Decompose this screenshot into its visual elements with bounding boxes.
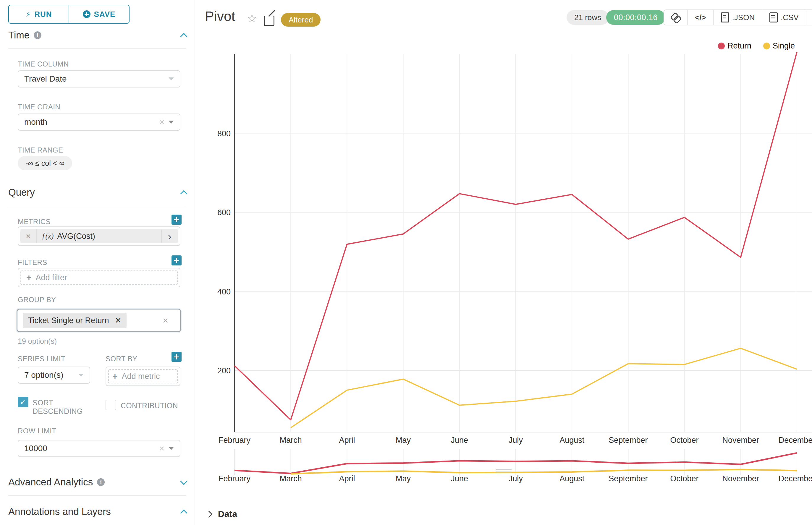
section-title: Query xyxy=(8,187,35,198)
row-count-pill: 21 rows xyxy=(566,10,609,25)
add-filter-dropzone[interactable]: + Add filter xyxy=(20,270,178,285)
plus-icon: + xyxy=(112,371,118,381)
chevron-right-icon xyxy=(205,511,212,518)
svg-text:200: 200 xyxy=(217,366,231,375)
group-by-tag: Ticket Single or Return ✕ xyxy=(23,313,127,328)
time-column-value: Travel Date xyxy=(24,74,67,84)
metrics-label: METRICS xyxy=(18,217,50,226)
svg-text:December: December xyxy=(779,436,812,445)
altered-badge[interactable]: Altered xyxy=(281,13,321,27)
contribution-label: CONTRIBUTION xyxy=(121,402,178,410)
caret-down-icon xyxy=(168,447,174,450)
chevron-down-icon[interactable] xyxy=(180,478,187,485)
chevron-right-icon[interactable]: › xyxy=(161,230,178,243)
favorite-star-icon[interactable] xyxy=(247,12,257,25)
series-limit-select[interactable]: 7 option(s) xyxy=(18,366,90,384)
add-sort-metric-button[interactable] xyxy=(172,352,181,362)
row-limit-value: 10000 xyxy=(24,444,47,453)
section-title: Time xyxy=(8,30,30,41)
time-grain-label: TIME GRAIN xyxy=(18,103,60,111)
chart-title: Pivot xyxy=(205,8,235,24)
time-column-label: TIME COLUMN xyxy=(18,60,69,68)
run-button[interactable]: RUN xyxy=(9,5,69,23)
chart-panel: Pivot Altered 21 rows 00:00:00.16 </> .J… xyxy=(195,0,812,525)
chevron-up-icon[interactable] xyxy=(180,33,187,40)
time-grain-value: month xyxy=(24,117,47,127)
function-icon: ƒ(x) xyxy=(42,232,54,240)
svg-text:March: March xyxy=(280,474,302,483)
section-header-advanced-analytics[interactable]: Advanced Analytics xyxy=(8,477,186,496)
caret-down-icon xyxy=(78,374,84,377)
filters-label: FILTERS xyxy=(18,258,47,267)
metrics-container: × ƒ(x) AVG(Cost) › xyxy=(18,226,180,246)
clear-icon[interactable]: × xyxy=(163,315,168,326)
row-limit-select[interactable]: 10000 × xyxy=(18,440,180,457)
remove-metric-icon[interactable]: × xyxy=(20,229,37,243)
group-by-label: GROUP BY xyxy=(18,296,56,304)
run-button-label: RUN xyxy=(34,10,52,19)
svg-text:November: November xyxy=(722,436,759,445)
group-by-select[interactable]: Ticket Single or Return ✕ × xyxy=(17,309,181,332)
svg-text:April: April xyxy=(339,436,355,445)
more-options-button[interactable] xyxy=(807,10,812,25)
view-query-button[interactable]: </> xyxy=(688,10,714,25)
group-by-tag-label: Ticket Single or Return xyxy=(28,316,109,325)
superset-explore-view: RUN SAVE Time TIME COLUMN Travel Date TI… xyxy=(0,0,812,525)
section-title: Annotations and Layers xyxy=(8,506,111,517)
plus-icon: + xyxy=(26,272,32,283)
remove-tag-icon[interactable]: ✕ xyxy=(115,316,121,325)
svg-text:800: 800 xyxy=(217,129,231,138)
sort-descending-checkbox[interactable] xyxy=(18,397,28,407)
add-filter-button[interactable] xyxy=(172,255,181,266)
csv-file-icon xyxy=(769,12,778,22)
clear-icon[interactable]: × xyxy=(159,444,164,453)
sort-by-container: + Add metric xyxy=(106,366,180,386)
add-filter-placeholder: Add filter xyxy=(36,273,68,282)
svg-text:October: October xyxy=(670,474,699,483)
svg-text:May: May xyxy=(396,436,411,445)
section-header-annotations[interactable]: Annotations and Layers xyxy=(8,506,186,525)
svg-text:October: October xyxy=(670,436,699,445)
add-sort-metric-dropzone[interactable]: + Add metric xyxy=(108,369,178,384)
info-icon[interactable] xyxy=(34,31,41,39)
link-icon xyxy=(671,13,680,22)
time-column-select[interactable]: Travel Date xyxy=(18,70,180,88)
sort-descending-label: SORT DESCENDING xyxy=(32,399,80,416)
caret-down-icon xyxy=(168,77,174,80)
add-metric-button[interactable] xyxy=(172,215,181,225)
contribution-checkbox[interactable] xyxy=(106,400,116,410)
svg-text:March: March xyxy=(280,436,302,445)
section-header-time[interactable]: Time xyxy=(8,30,186,49)
info-icon[interactable] xyxy=(97,478,105,486)
chevron-up-icon[interactable] xyxy=(180,190,187,197)
svg-text:August: August xyxy=(560,474,585,483)
series-limit-label: SERIES LIMIT xyxy=(18,355,65,363)
svg-text:July: July xyxy=(508,474,523,483)
export-csv-button[interactable]: .CSV xyxy=(762,10,807,25)
time-range-pill[interactable]: -∞ ≤ col < ∞ xyxy=(18,156,72,170)
save-button[interactable]: SAVE xyxy=(69,5,129,23)
svg-text:May: May xyxy=(396,474,411,483)
plus-circle-icon xyxy=(83,10,90,18)
chart-toolbar: </> .JSON .CSV xyxy=(664,10,812,26)
section-header-query[interactable]: Query xyxy=(8,187,186,206)
panel-resize-handle[interactable] xyxy=(496,469,512,474)
group-by-options-hint: 19 option(s) xyxy=(18,337,57,346)
share-link-button[interactable] xyxy=(664,10,688,25)
save-button-label: SAVE xyxy=(94,10,116,19)
json-file-icon xyxy=(721,12,729,22)
query-timer-pill: 00:00:00.16 xyxy=(606,10,665,25)
svg-text:June: June xyxy=(451,474,468,483)
data-section-toggle[interactable]: Data xyxy=(206,509,237,519)
export-json-button[interactable]: .JSON xyxy=(714,10,763,25)
clear-icon[interactable]: × xyxy=(159,117,164,127)
series-limit-value: 7 option(s) xyxy=(24,370,63,380)
time-grain-select[interactable]: month × xyxy=(18,114,180,131)
section-title: Advanced Analytics xyxy=(8,477,93,488)
edit-pencil-icon[interactable] xyxy=(264,15,275,26)
filters-container: + Add filter xyxy=(18,268,180,287)
line-chart[interactable]: 200400600800FebruaryFebruaryMarchMarchAp… xyxy=(195,30,812,491)
metric-pill[interactable]: × ƒ(x) AVG(Cost) › xyxy=(20,229,178,243)
chevron-up-icon[interactable] xyxy=(180,509,187,516)
svg-text:November: November xyxy=(722,474,759,483)
